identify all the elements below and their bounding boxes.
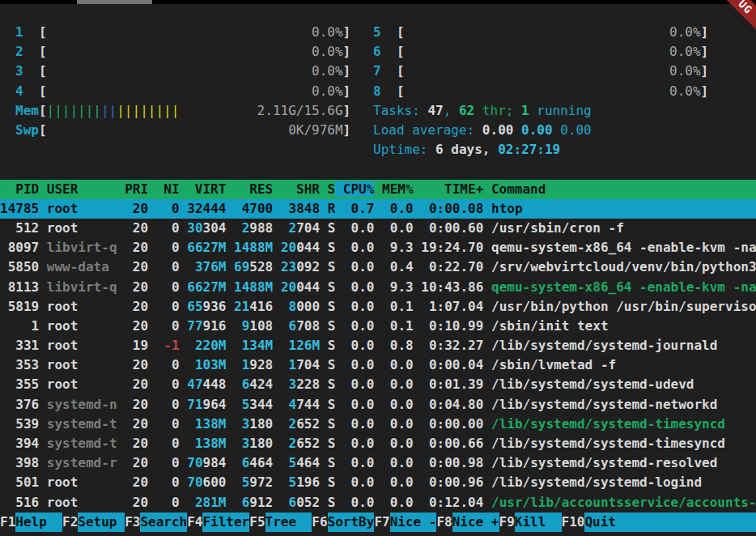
- cell-state: S: [328, 455, 336, 470]
- cpu-meter-6: 6 [0.0%]: [373, 42, 708, 62]
- column-header-pid[interactable]: PID: [0, 181, 39, 197]
- process-row-8097[interactable]: 8097 libvirt-q 20 0 6627M 1488M 20044 S …: [0, 238, 756, 257]
- cell-pri: 20: [125, 376, 148, 392]
- meter-open-bracket: [: [397, 44, 405, 59]
- cell-mem: 0.0: [382, 416, 414, 432]
- cell-pri: 20: [125, 436, 148, 451]
- cell-mem: 9.3: [382, 240, 414, 255]
- process-row-5819[interactable]: 5819 root 20 0 65936 21416 8000 S 0.0 0.…: [0, 297, 756, 317]
- fkey-f1[interactable]: F1Help: [0, 513, 62, 532]
- cell-cpu: 0.0: [343, 495, 375, 510]
- process-row-355[interactable]: 355 root 20 0 47448 6424 3228 S 0.0 0.0 …: [0, 375, 756, 394]
- process-row-1[interactable]: 1 root 20 0 77916 9108 6708 S 0.0 0.1 0:…: [0, 317, 756, 336]
- cell-pid: 501: [0, 474, 39, 490]
- cell-shr: 464: [296, 455, 320, 470]
- fkey-key: F6: [312, 513, 327, 532]
- cell-cpu: 0.0: [343, 474, 375, 490]
- meter-close-bracket: ]: [343, 103, 351, 118]
- fkey-f8[interactable]: F8Nice +: [436, 513, 499, 532]
- cell-command: htop: [491, 201, 523, 216]
- process-table: 14785 root 20 0 32444 4700 3848 R 0.7 0.…: [0, 199, 756, 513]
- meter-bar-area: 0.0%: [405, 23, 701, 42]
- cell-mem: 0.0: [382, 201, 414, 216]
- cell-ni: 0: [156, 416, 180, 432]
- fkey-f9[interactable]: F9Kill: [499, 513, 562, 532]
- fkey-f2[interactable]: F2Setup: [62, 513, 125, 532]
- column-header-user[interactable]: USER: [39, 181, 117, 197]
- cell-virt: 220M: [187, 338, 226, 353]
- cell-virt: 138M: [187, 416, 226, 432]
- fkey-label: Filter: [202, 513, 249, 532]
- cell-command: /usr/bin/python /usr/bin/superviso: [491, 299, 756, 314]
- column-header-timeplus[interactable]: TIME+: [414, 181, 484, 197]
- process-row-8113[interactable]: 8113 libvirt-q 20 0 6627M 1488M 20044 S …: [0, 278, 756, 297]
- cell-pid: 1: [0, 318, 39, 334]
- cell-pid: 14785: [0, 201, 39, 216]
- cell-state: S: [328, 376, 336, 392]
- load-average-line-segment: [553, 122, 561, 138]
- cell-mem: 9.3: [382, 279, 414, 295]
- cell-pri: 20: [125, 299, 148, 314]
- cell-pid: 331: [0, 338, 39, 353]
- cell-time: 0:00.66: [421, 436, 483, 451]
- cell-state: S: [328, 436, 336, 451]
- cell-shr: 4: [281, 397, 296, 412]
- process-row-501[interactable]: 501 root 20 0 70600 5972 5196 S 0.0 0.0 …: [0, 473, 756, 492]
- cell-state: S: [328, 299, 336, 314]
- cell-time: 0:12.04: [421, 495, 483, 510]
- process-row-398[interactable]: 398 systemd-r 20 0 70984 6464 5464 S 0.0…: [0, 453, 756, 473]
- cell-command: /lib/systemd/systemd-networkd: [491, 397, 717, 412]
- cell-state: S: [328, 338, 336, 353]
- meter-label: 2: [15, 42, 39, 62]
- column-header-shr[interactable]: SHR: [273, 181, 320, 197]
- process-row-5850[interactable]: 5850 www-data 20 0 376M 69528 23092 S 0.…: [0, 257, 756, 277]
- cell-res: 416: [249, 299, 273, 314]
- process-row-353[interactable]: 353 root 20 0 103M 1928 1704 S 0.0 0.0 0…: [0, 355, 756, 375]
- cell-shr: 708: [296, 318, 320, 334]
- meter-bar-segment: |||||||: [47, 103, 101, 118]
- process-row-539[interactable]: 539 systemd-t 20 0 138M 3180 2652 S 0.0 …: [0, 415, 756, 434]
- cell-time: 0:22.70: [421, 259, 483, 274]
- fkey-f7[interactable]: F7Nice -: [374, 513, 436, 532]
- meter-label: Swp: [15, 121, 39, 140]
- column-header-virt[interactable]: VIRT: [180, 181, 227, 197]
- cell-mem: 0.0: [382, 474, 414, 490]
- process-row-376[interactable]: 376 systemd-n 20 0 71964 5344 4744 S 0.0…: [0, 395, 756, 415]
- cell-user: root: [47, 299, 117, 314]
- cell-res: 134M: [234, 338, 273, 353]
- cell-virt: 936: [203, 299, 227, 314]
- column-header-mempct[interactable]: MEM%: [374, 181, 413, 197]
- fkey-f4[interactable]: F4Filter: [187, 513, 249, 532]
- meter-open-bracket: [: [397, 24, 405, 40]
- column-header-cpupct[interactable]: CPU%: [335, 181, 374, 197]
- fkey-label: SortBy: [328, 513, 375, 532]
- column-header-s[interactable]: S: [320, 181, 335, 197]
- column-header-res[interactable]: RES: [226, 181, 273, 197]
- cell-virt: 916: [203, 318, 227, 334]
- cell-state: S: [328, 416, 336, 432]
- meters-right-column: 5 [0.0%]6 [0.0%]7 [0.0%]8 [0.0%]Tasks: 4…: [373, 23, 708, 160]
- meter-value: 0.0%: [312, 82, 343, 101]
- fkey-f5[interactable]: F5Tree: [249, 513, 312, 532]
- cell-shr: 3848: [289, 201, 321, 216]
- column-header-pri[interactable]: PRI: [117, 181, 149, 197]
- column-header-command[interactable]: Command: [483, 181, 546, 197]
- fkey-f6[interactable]: F6SortBy: [312, 513, 374, 532]
- process-row-394[interactable]: 394 systemd-t 20 0 138M 3180 2652 S 0.0 …: [0, 434, 756, 453]
- cell-time: 10:43.86: [421, 279, 483, 295]
- process-row-516[interactable]: 516 root 20 0 281M 6912 6052 S 0.0 0.0 0…: [0, 493, 756, 513]
- cell-res: 180: [249, 436, 273, 451]
- meter-label: 7: [373, 62, 397, 81]
- cell-command: /lib/systemd/systemd-timesyncd: [491, 436, 725, 451]
- process-row-14785[interactable]: 14785 root 20 0 32444 4700 3848 R 0.7 0.…: [0, 199, 756, 219]
- tasks-line-segment: 62: [459, 103, 474, 118]
- fkey-f10[interactable]: F10Quit: [562, 513, 632, 532]
- process-row-331[interactable]: 331 root 19 -1 220M 134M 126M S 0.0 0.8 …: [0, 336, 756, 355]
- column-header-ni[interactable]: NI: [148, 181, 180, 197]
- cell-state: S: [328, 240, 336, 255]
- process-row-512[interactable]: 512 root 20 0 30304 2988 2704 S 0.0 0.0 …: [0, 219, 756, 238]
- tasks-line-segment: 47: [427, 103, 443, 118]
- fkey-f3[interactable]: F3Search: [125, 513, 187, 532]
- meter-bar-area: 0.0%: [47, 62, 343, 81]
- cell-command: /lib/systemd/systemd-udevd: [491, 376, 694, 392]
